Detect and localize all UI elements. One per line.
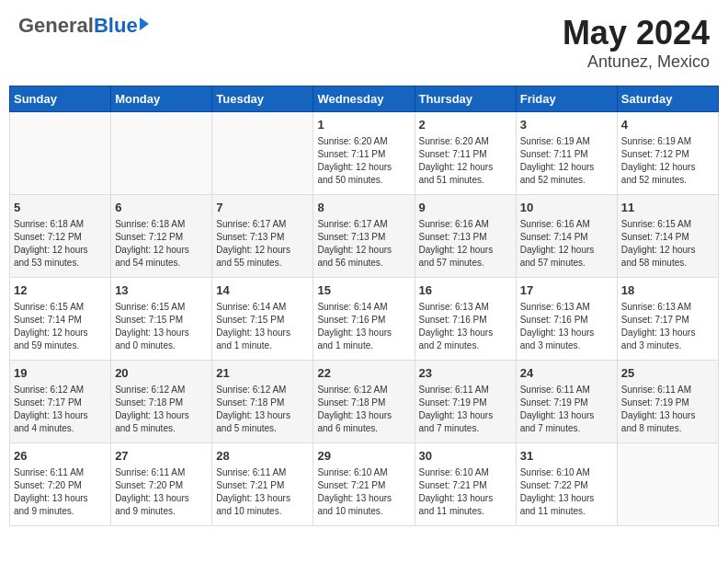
day-info: Sunrise: 6:12 AM Sunset: 7:17 PM Dayligh… xyxy=(14,384,107,435)
calendar-cell-w1-d2 xyxy=(111,112,212,195)
calendar-cell-w2-d5: 9Sunrise: 6:16 AM Sunset: 7:13 PM Daylig… xyxy=(415,195,516,278)
location-subtitle: Antunez, Mexico xyxy=(563,52,710,72)
calendar-cell-w3-d4: 15Sunrise: 6:14 AM Sunset: 7:16 PM Dayli… xyxy=(313,278,415,361)
week-row-2: 5Sunrise: 6:18 AM Sunset: 7:12 PM Daylig… xyxy=(10,195,719,278)
week-row-4: 19Sunrise: 6:12 AM Sunset: 7:17 PM Dayli… xyxy=(10,361,719,443)
calendar-cell-w2-d7: 11Sunrise: 6:15 AM Sunset: 7:14 PM Dayli… xyxy=(617,195,718,278)
day-number: 14 xyxy=(216,282,309,299)
calendar-cell-w2-d1: 5Sunrise: 6:18 AM Sunset: 7:12 PM Daylig… xyxy=(10,195,111,278)
day-info: Sunrise: 6:11 AM Sunset: 7:20 PM Dayligh… xyxy=(115,466,208,518)
day-info: Sunrise: 6:18 AM Sunset: 7:12 PM Dayligh… xyxy=(14,218,107,270)
day-number: 13 xyxy=(115,282,208,299)
calendar-cell-w1-d7: 4Sunrise: 6:19 AM Sunset: 7:12 PM Daylig… xyxy=(617,112,718,195)
day-info: Sunrise: 6:16 AM Sunset: 7:13 PM Dayligh… xyxy=(419,218,512,270)
calendar-cell-w5-d6: 31Sunrise: 6:10 AM Sunset: 7:22 PM Dayli… xyxy=(516,443,617,526)
calendar-cell-w2-d2: 6Sunrise: 6:18 AM Sunset: 7:12 PM Daylig… xyxy=(111,195,212,278)
day-number: 1 xyxy=(317,117,410,133)
week-row-5: 26Sunrise: 6:11 AM Sunset: 7:20 PM Dayli… xyxy=(10,443,719,526)
day-number: 15 xyxy=(317,282,410,299)
day-number: 7 xyxy=(216,200,309,216)
header-friday: Friday xyxy=(516,86,617,112)
calendar-cell-w4-d1: 19Sunrise: 6:12 AM Sunset: 7:17 PM Dayli… xyxy=(10,361,111,443)
calendar-cell-w3-d2: 13Sunrise: 6:15 AM Sunset: 7:15 PM Dayli… xyxy=(111,278,212,361)
day-info: Sunrise: 6:17 AM Sunset: 7:13 PM Dayligh… xyxy=(216,218,309,270)
day-info: Sunrise: 6:11 AM Sunset: 7:19 PM Dayligh… xyxy=(419,384,512,435)
page-header: GeneralBlue May 2024 Antunez, Mexico xyxy=(9,9,719,76)
logo: GeneralBlue xyxy=(18,14,149,38)
calendar-cell-w4-d4: 22Sunrise: 6:12 AM Sunset: 7:18 PM Dayli… xyxy=(313,361,415,443)
day-number: 30 xyxy=(419,448,512,465)
day-number: 22 xyxy=(317,365,410,382)
calendar-cell-w2-d6: 10Sunrise: 6:16 AM Sunset: 7:14 PM Dayli… xyxy=(516,195,617,278)
calendar-cell-w1-d6: 3Sunrise: 6:19 AM Sunset: 7:11 PM Daylig… xyxy=(516,112,617,195)
header-wednesday: Wednesday xyxy=(313,86,415,112)
calendar-cell-w1-d1 xyxy=(10,112,111,195)
day-info: Sunrise: 6:11 AM Sunset: 7:19 PM Dayligh… xyxy=(520,384,613,435)
calendar-cell-w5-d5: 30Sunrise: 6:10 AM Sunset: 7:21 PM Dayli… xyxy=(415,443,516,526)
day-number: 26 xyxy=(14,448,107,465)
day-info: Sunrise: 6:12 AM Sunset: 7:18 PM Dayligh… xyxy=(115,384,208,435)
day-number: 16 xyxy=(419,282,512,299)
day-number: 27 xyxy=(115,448,208,465)
day-number: 21 xyxy=(216,365,309,382)
day-number: 25 xyxy=(621,365,714,382)
calendar-cell-w1-d4: 1Sunrise: 6:20 AM Sunset: 7:11 PM Daylig… xyxy=(313,112,415,195)
calendar-cell-w5-d2: 27Sunrise: 6:11 AM Sunset: 7:20 PM Dayli… xyxy=(111,443,212,526)
header-tuesday: Tuesday xyxy=(212,86,313,112)
day-info: Sunrise: 6:11 AM Sunset: 7:21 PM Dayligh… xyxy=(216,466,309,518)
calendar-table: Sunday Monday Tuesday Wednesday Thursday… xyxy=(9,86,719,526)
day-info: Sunrise: 6:14 AM Sunset: 7:16 PM Dayligh… xyxy=(317,301,410,352)
day-info: Sunrise: 6:10 AM Sunset: 7:22 PM Dayligh… xyxy=(520,466,613,518)
calendar-cell-w3-d5: 16Sunrise: 6:13 AM Sunset: 7:16 PM Dayli… xyxy=(415,278,516,361)
day-number: 10 xyxy=(520,200,613,216)
day-number: 12 xyxy=(14,282,107,299)
header-sunday: Sunday xyxy=(10,86,111,112)
day-info: Sunrise: 6:20 AM Sunset: 7:11 PM Dayligh… xyxy=(419,135,512,187)
day-info: Sunrise: 6:13 AM Sunset: 7:16 PM Dayligh… xyxy=(419,301,512,352)
day-number: 18 xyxy=(621,282,714,299)
day-number: 23 xyxy=(419,365,512,382)
day-info: Sunrise: 6:11 AM Sunset: 7:19 PM Dayligh… xyxy=(621,384,714,435)
day-info: Sunrise: 6:15 AM Sunset: 7:15 PM Dayligh… xyxy=(115,301,208,352)
day-info: Sunrise: 6:17 AM Sunset: 7:13 PM Dayligh… xyxy=(317,218,410,270)
calendar-cell-w1-d3 xyxy=(212,112,313,195)
calendar-cell-w4-d2: 20Sunrise: 6:12 AM Sunset: 7:18 PM Dayli… xyxy=(111,361,212,443)
month-year-title: May 2024 xyxy=(563,14,710,52)
header-monday: Monday xyxy=(111,86,212,112)
calendar-cell-w3-d3: 14Sunrise: 6:14 AM Sunset: 7:15 PM Dayli… xyxy=(212,278,313,361)
day-info: Sunrise: 6:15 AM Sunset: 7:14 PM Dayligh… xyxy=(14,301,107,352)
day-number: 4 xyxy=(621,117,714,133)
day-info: Sunrise: 6:11 AM Sunset: 7:20 PM Dayligh… xyxy=(14,466,107,518)
day-number: 2 xyxy=(419,117,512,133)
calendar-cell-w3-d6: 17Sunrise: 6:13 AM Sunset: 7:16 PM Dayli… xyxy=(516,278,617,361)
calendar-cell-w4-d5: 23Sunrise: 6:11 AM Sunset: 7:19 PM Dayli… xyxy=(415,361,516,443)
day-info: Sunrise: 6:10 AM Sunset: 7:21 PM Dayligh… xyxy=(419,466,512,518)
day-number: 11 xyxy=(621,200,714,216)
day-number: 19 xyxy=(14,365,107,382)
calendar-cell-w4-d7: 25Sunrise: 6:11 AM Sunset: 7:19 PM Dayli… xyxy=(617,361,718,443)
day-info: Sunrise: 6:19 AM Sunset: 7:11 PM Dayligh… xyxy=(520,135,613,187)
calendar-cell-w3-d1: 12Sunrise: 6:15 AM Sunset: 7:14 PM Dayli… xyxy=(10,278,111,361)
calendar-cell-w5-d7 xyxy=(617,443,718,526)
day-number: 5 xyxy=(14,200,107,216)
day-info: Sunrise: 6:12 AM Sunset: 7:18 PM Dayligh… xyxy=(216,384,309,435)
calendar-header-row: Sunday Monday Tuesday Wednesday Thursday… xyxy=(10,86,719,112)
day-number: 20 xyxy=(115,365,208,382)
day-number: 31 xyxy=(520,448,613,465)
calendar-cell-w5-d3: 28Sunrise: 6:11 AM Sunset: 7:21 PM Dayli… xyxy=(212,443,313,526)
calendar-cell-w2-d3: 7Sunrise: 6:17 AM Sunset: 7:13 PM Daylig… xyxy=(212,195,313,278)
day-info: Sunrise: 6:14 AM Sunset: 7:15 PM Dayligh… xyxy=(216,301,309,352)
header-saturday: Saturday xyxy=(617,86,718,112)
calendar-cell-w5-d4: 29Sunrise: 6:10 AM Sunset: 7:21 PM Dayli… xyxy=(313,443,415,526)
day-info: Sunrise: 6:13 AM Sunset: 7:17 PM Dayligh… xyxy=(621,301,714,352)
day-number: 3 xyxy=(520,117,613,133)
day-info: Sunrise: 6:13 AM Sunset: 7:16 PM Dayligh… xyxy=(520,301,613,352)
day-number: 28 xyxy=(216,448,309,465)
calendar-cell-w3-d7: 18Sunrise: 6:13 AM Sunset: 7:17 PM Dayli… xyxy=(617,278,718,361)
calendar-cell-w5-d1: 26Sunrise: 6:11 AM Sunset: 7:20 PM Dayli… xyxy=(10,443,111,526)
week-row-1: 1Sunrise: 6:20 AM Sunset: 7:11 PM Daylig… xyxy=(10,112,719,195)
day-number: 29 xyxy=(317,448,410,465)
day-info: Sunrise: 6:20 AM Sunset: 7:11 PM Dayligh… xyxy=(317,135,410,187)
day-number: 24 xyxy=(520,365,613,382)
logo-arrow-icon xyxy=(140,17,149,30)
